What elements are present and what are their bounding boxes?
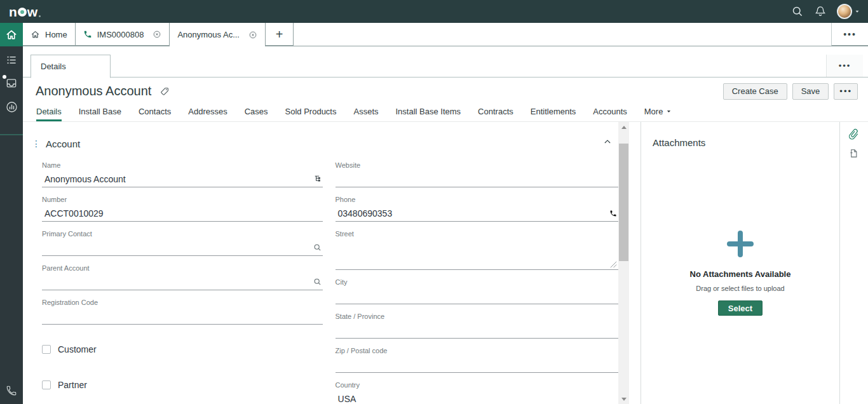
phone-input[interactable]: 03480690353: [336, 205, 618, 222]
logo-trademark-dot: [39, 15, 41, 17]
tab-more[interactable]: More: [644, 107, 672, 121]
field-label: City: [336, 278, 618, 288]
drag-handle-icon[interactable]: ⋮: [32, 140, 43, 147]
tab-accounts[interactable]: Accounts: [593, 107, 627, 121]
performance-analytics-icon[interactable]: [5, 100, 18, 114]
search-icon[interactable]: [791, 5, 804, 18]
form-scrollbar[interactable]: [618, 122, 629, 404]
notifications-bell-icon[interactable]: [814, 5, 827, 18]
field-zip: Zip / Postal code: [336, 347, 618, 373]
field-label: Number: [42, 196, 323, 205]
tab-entitlements[interactable]: Entitlements: [531, 107, 576, 121]
subtab-overflow-button[interactable]: •••: [826, 55, 863, 77]
record-overflow-button[interactable]: •••: [834, 83, 858, 100]
document-icon[interactable]: [849, 149, 858, 158]
subtab-details[interactable]: Details: [31, 55, 111, 78]
list-menu-icon[interactable]: [6, 54, 18, 66]
country-input[interactable]: USA: [336, 391, 618, 404]
rail-home-button[interactable]: [0, 23, 23, 46]
partner-checkbox[interactable]: [42, 380, 51, 389]
phone-channel-icon[interactable]: [0, 385, 23, 396]
record-title-row: Anonymous Account Create Case Save •••: [23, 77, 868, 105]
logo-text-n: n: [9, 5, 17, 18]
tab-addresses[interactable]: Addresses: [188, 107, 227, 121]
field-registration-code: Registration Code: [42, 299, 323, 325]
tab-strip-overflow-button[interactable]: •••: [831, 23, 868, 46]
paperclip-icon[interactable]: [848, 128, 860, 140]
empty-state-title: No Attachments Available: [641, 269, 839, 279]
tab-contracts[interactable]: Contracts: [478, 107, 513, 121]
state-input[interactable]: [336, 322, 618, 339]
create-case-button[interactable]: Create Case: [723, 83, 787, 100]
primary-contact-lookup[interactable]: [42, 239, 323, 256]
city-input[interactable]: [336, 288, 618, 304]
scroll-down-arrow[interactable]: [618, 394, 629, 404]
plus-icon[interactable]: [725, 229, 756, 259]
scroll-up-arrow[interactable]: [618, 122, 629, 132]
field-city: City: [336, 278, 618, 304]
user-menu[interactable]: [837, 4, 860, 19]
new-tab-button[interactable]: +: [266, 23, 294, 46]
tab-install-base-items[interactable]: Install Base Items: [396, 107, 461, 121]
home-icon: [5, 29, 18, 41]
phone-icon[interactable]: [609, 210, 617, 217]
resize-handle-icon[interactable]: [610, 261, 617, 268]
field-primary-contact: Primary Contact: [42, 230, 323, 256]
field-number: Number ACCT0010029: [42, 196, 323, 222]
field-state: State / Province: [336, 313, 618, 339]
zip-input[interactable]: [336, 356, 618, 373]
page-title: Anonymous Account: [36, 84, 151, 98]
field-label: Website: [336, 161, 618, 171]
field-label: Parent Account: [42, 264, 323, 274]
tab-assets[interactable]: Assets: [353, 107, 378, 121]
user-avatar[interactable]: [837, 4, 852, 19]
customer-checkbox[interactable]: [42, 345, 51, 354]
tab-anonymous-account[interactable]: Anonymous Ac...: [170, 23, 266, 46]
checkbox-label: Partner: [58, 380, 87, 390]
partner-checkbox-row[interactable]: Partner: [42, 380, 323, 390]
tab-home[interactable]: Home: [23, 23, 76, 46]
field-label: Phone: [336, 196, 618, 205]
registration-code-input[interactable]: [42, 308, 323, 325]
field-website: Website: [336, 161, 618, 187]
tab-label: IMS0000808: [97, 30, 144, 39]
tab-label: Home: [45, 30, 67, 39]
customer-checkbox-row[interactable]: Customer: [42, 344, 323, 354]
parent-account-lookup[interactable]: [42, 274, 323, 290]
select-files-button[interactable]: Select: [718, 300, 763, 316]
collapse-section-button[interactable]: [603, 137, 612, 146]
record-body: ⋮ Account Name Anonymous Account: [23, 122, 868, 404]
field-label: Country: [336, 381, 618, 391]
number-input[interactable]: ACCT0010029: [42, 205, 323, 222]
logo-text-w: w: [27, 5, 37, 18]
tab-cases[interactable]: Cases: [245, 107, 268, 121]
search-icon[interactable]: [313, 278, 322, 286]
tab-sold-products[interactable]: Sold Products: [285, 107, 337, 121]
empty-state-subtitle: Drag or select files to upload: [641, 285, 839, 292]
tab-details[interactable]: Details: [36, 107, 62, 121]
street-textarea[interactable]: [336, 239, 618, 270]
main-content: Details ••• Anonymous Account Create Cas…: [23, 46, 868, 404]
close-icon[interactable]: [153, 30, 161, 39]
name-input[interactable]: Anonymous Account: [42, 171, 323, 187]
chevron-up-icon: [603, 137, 612, 146]
record-subtab-row: Details •••: [23, 46, 868, 77]
section-title: Account: [46, 138, 80, 149]
field-label: Registration Code: [42, 299, 323, 308]
account-section-header: ⋮ Account: [32, 135, 618, 152]
field-phone: Phone 03480690353: [336, 196, 618, 222]
website-input[interactable]: [336, 171, 618, 187]
servicenow-logo: nw: [9, 5, 41, 18]
tab-ims0000808[interactable]: IMS0000808: [76, 23, 170, 46]
save-button[interactable]: Save: [792, 83, 829, 100]
inbox-tray-icon[interactable]: [5, 77, 18, 90]
close-icon[interactable]: [248, 30, 257, 39]
search-icon[interactable]: [313, 243, 322, 252]
field-label: Zip / Postal code: [336, 347, 618, 356]
rail-divider: [0, 134, 23, 135]
hierarchy-icon[interactable]: [313, 175, 322, 183]
tab-contacts[interactable]: Contacts: [139, 107, 171, 121]
tag-icon[interactable]: [159, 86, 170, 97]
tab-install-base[interactable]: Install Base: [79, 107, 121, 121]
scrollbar-thumb[interactable]: [619, 144, 628, 261]
